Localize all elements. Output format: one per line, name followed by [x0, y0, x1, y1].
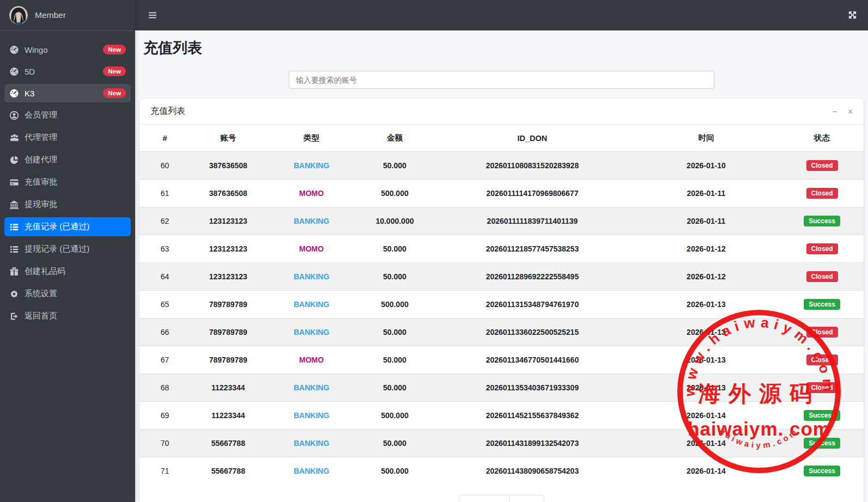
- cell-id-don: 2026011336022500525215: [433, 319, 632, 346]
- cell-type: MOMO: [266, 346, 357, 374]
- cell-time: 2026-01-12: [632, 235, 780, 263]
- col-amount: 金额: [357, 125, 433, 152]
- sidebar-brand[interactable]: Member: [0, 0, 135, 31]
- status-badge: Success: [804, 299, 840, 310]
- sidebar-nav: Wingo New 5D New K3 New 会员管理 代理管理 创建代理 充…: [0, 31, 135, 333]
- cell-time: 2026-01-11: [632, 207, 780, 235]
- cell-status: Closed: [780, 346, 864, 374]
- cell-type: BANKING: [266, 263, 357, 291]
- cell-status: Success: [780, 430, 864, 457]
- previous-button[interactable]: Previous: [459, 495, 509, 502]
- sidebar-item-2[interactable]: K3 New: [4, 84, 131, 102]
- close-icon[interactable]: ×: [848, 107, 853, 115]
- table-row: 70 55667788 BANKING 50.000 2026011431899…: [139, 430, 864, 457]
- table-row: 65 789789789 BANKING 500.000 20260113153…: [139, 291, 864, 319]
- cell-type: BANKING: [266, 291, 357, 319]
- sidebar-item-6[interactable]: 充值审批: [4, 173, 131, 192]
- status-badge: Success: [804, 216, 840, 226]
- next-button[interactable]: Next: [509, 495, 544, 502]
- brand-user-name: Member: [35, 10, 66, 20]
- col-status: 状态: [780, 125, 864, 152]
- sidebar-item-7[interactable]: 提现审批: [4, 195, 131, 214]
- sidebar-item-9[interactable]: 提现记录 (已通过): [4, 240, 131, 259]
- cell-index: 69: [139, 402, 190, 430]
- cell-id-don: 2026011431899132542073: [433, 430, 632, 457]
- cell-account: 123123123: [190, 263, 266, 291]
- card-title: 充值列表: [150, 106, 185, 117]
- cell-index: 64: [139, 263, 190, 291]
- users-icon: [9, 133, 25, 143]
- card-header: 充值列表 − ×: [139, 99, 864, 125]
- table-row: 68 11223344 BANKING 50.000 2026011353403…: [139, 374, 864, 402]
- cell-index: 61: [139, 180, 190, 207]
- cell-index: 62: [139, 207, 190, 235]
- recharge-table: # 账号 类型 金额 ID_DON 时间 状态 60 387636508 BAN…: [139, 125, 864, 485]
- list-icon: [9, 244, 25, 254]
- cell-type: BANKING: [266, 402, 357, 430]
- cell-account: 55667788: [190, 430, 266, 457]
- sidebar-item-11[interactable]: 系统设置: [4, 284, 131, 303]
- cell-account: 123123123: [190, 235, 266, 263]
- cell-account: 123123123: [190, 207, 266, 235]
- cell-id-don: 2026011114170969806677: [433, 180, 632, 207]
- cell-amount: 500.000: [357, 402, 433, 430]
- cell-status: Closed: [780, 235, 864, 263]
- cell-account: 387636508: [190, 152, 266, 180]
- cell-amount: 50.000: [357, 346, 433, 374]
- table-row: 66 789789789 BANKING 50.000 202601133602…: [139, 319, 864, 346]
- cell-type: BANKING: [266, 152, 357, 180]
- status-badge: Closed: [806, 354, 838, 365]
- status-badge: Closed: [806, 327, 838, 338]
- cell-time: 2026-01-14: [632, 457, 780, 485]
- sidebar-item-4[interactable]: 代理管理: [4, 128, 131, 147]
- table-row: 71 55667788 BANKING 500.000 202601143809…: [139, 457, 864, 485]
- cell-time: 2026-01-14: [632, 430, 780, 457]
- top-navbar: [135, 0, 868, 30]
- sidebar-item-3[interactable]: 会员管理: [4, 106, 131, 125]
- fullscreen-expand-icon[interactable]: [848, 10, 857, 20]
- status-badge: Success: [804, 466, 840, 476]
- status-badge: Closed: [806, 271, 838, 282]
- user-avatar: [9, 6, 28, 25]
- table-row: 63 123123123 MOMO 50.000 202601121857745…: [139, 235, 864, 263]
- cell-status: Closed: [780, 180, 864, 207]
- cell-time: 2026-01-14: [632, 402, 780, 430]
- recharge-list-card: 充值列表 − × # 账号 类型 金额 ID_DON 时间 状态: [139, 99, 864, 502]
- minimize-icon[interactable]: −: [832, 107, 837, 115]
- cell-index: 67: [139, 346, 190, 374]
- cell-account: 789789789: [190, 346, 266, 374]
- cell-amount: 10.000.000: [357, 207, 433, 235]
- pie-chart-icon: [9, 155, 25, 165]
- cell-account: 11223344: [190, 402, 266, 430]
- search-input[interactable]: [289, 71, 714, 89]
- sidebar-item-12[interactable]: 返回首页: [4, 307, 131, 326]
- sidebar-item-8[interactable]: 充值记录 (已通过): [4, 217, 131, 236]
- main-content: 充值列表 充值列表 − × # 账号 类型 金额: [135, 30, 868, 502]
- cell-time: 2026-01-13: [632, 291, 780, 319]
- pagination: Previous Next: [139, 485, 864, 502]
- cell-time: 2026-01-11: [632, 180, 780, 207]
- status-badge: Closed: [806, 243, 838, 254]
- cell-time: 2026-01-13: [632, 374, 780, 402]
- cell-id-don: 2026011346770501441660: [433, 346, 632, 374]
- cell-type: MOMO: [266, 180, 357, 207]
- hamburger-icon[interactable]: [148, 10, 157, 20]
- cell-account: 789789789: [190, 319, 266, 346]
- cell-index: 65: [139, 291, 190, 319]
- sidebar-item-10[interactable]: 创建礼品码: [4, 262, 131, 281]
- cell-amount: 50.000: [357, 152, 433, 180]
- list-icon: [9, 222, 25, 232]
- status-badge: Success: [804, 410, 840, 421]
- cell-amount: 500.000: [357, 457, 433, 485]
- cell-status: Success: [780, 457, 864, 485]
- cell-account: 55667788: [190, 457, 266, 485]
- table-row: 67 789789789 MOMO 50.000 202601134677050…: [139, 346, 864, 374]
- credit-card-icon: [9, 177, 25, 187]
- cell-time: 2026-01-10: [632, 152, 780, 180]
- cell-amount: 50.000: [357, 430, 433, 457]
- sidebar-item-0[interactable]: Wingo New: [4, 40, 131, 59]
- cell-type: BANKING: [266, 430, 357, 457]
- sidebar-item-5[interactable]: 创建代理: [4, 150, 131, 169]
- table-row: 69 11223344 BANKING 500.000 202601145215…: [139, 402, 864, 430]
- sidebar-item-1[interactable]: 5D New: [4, 62, 131, 81]
